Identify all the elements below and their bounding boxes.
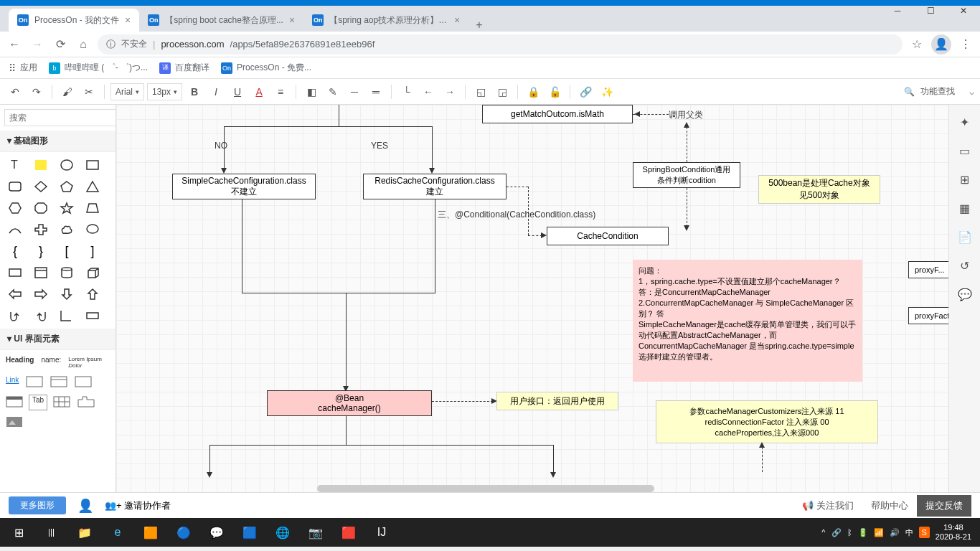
pentagon-shape[interactable] xyxy=(55,176,79,197)
note-userinterface[interactable]: 用户接口：返回用户使用 xyxy=(496,392,618,410)
roundrect-shape[interactable] xyxy=(3,176,27,197)
intellij-icon[interactable]: IJ xyxy=(366,519,397,545)
note-params[interactable]: 参数cacheManagerCustomizers注入来源 11 redisCo… xyxy=(656,400,878,443)
maximize-button[interactable]: ☐ xyxy=(914,0,947,22)
more-shapes-button[interactable]: 更多图形 xyxy=(9,496,66,514)
undo-button[interactable]: ↶ xyxy=(6,83,24,101)
back-button[interactable]: ← xyxy=(6,36,23,53)
app4-icon[interactable]: 📷 xyxy=(300,519,331,545)
ruler-icon[interactable]: ⊞ xyxy=(953,168,976,191)
cross-shape[interactable] xyxy=(29,220,53,240)
cut-button[interactable]: ✂ xyxy=(80,83,98,101)
history-icon[interactable]: ↺ xyxy=(953,254,976,277)
new-tab-button[interactable]: + xyxy=(468,19,489,32)
text-shape[interactable]: T xyxy=(3,155,27,175)
ie-icon[interactable]: e xyxy=(102,519,133,545)
align-button[interactable]: ≡ xyxy=(271,83,290,101)
feedback-button[interactable]: 提交反馈 xyxy=(917,495,971,517)
minimize-button[interactable]: ─ xyxy=(881,0,914,22)
underline-button[interactable]: U xyxy=(228,83,247,101)
menu-icon[interactable]: ⋮ xyxy=(957,36,974,53)
arrow-start-button[interactable]: ← xyxy=(419,83,438,101)
url-input[interactable]: ⓘ 不安全 | processon.com/apps/5efa89e263768… xyxy=(98,34,903,55)
italic-button[interactable]: I xyxy=(207,83,225,101)
app5-icon[interactable]: 🟥 xyxy=(333,519,364,545)
function-search[interactable]: 功能查找 xyxy=(920,85,955,98)
grid-element[interactable] xyxy=(52,395,72,410)
tab-element[interactable]: Tab xyxy=(29,395,47,410)
brace-r-shape[interactable]: } xyxy=(29,241,53,261)
box3-element[interactable] xyxy=(73,375,93,390)
brush-button[interactable]: 🖌 xyxy=(58,83,77,101)
tray-bat-icon[interactable]: 🔋 xyxy=(858,528,868,537)
tab-spring-aop[interactable]: On 【spring aop技术原理分析】- ... × xyxy=(303,9,468,32)
wechat-icon[interactable]: 💬 xyxy=(201,519,232,545)
node-proxyf[interactable]: proxyF... xyxy=(908,261,948,278)
arrow-down-shape[interactable] xyxy=(55,284,79,304)
explorer-icon[interactable]: 📁 xyxy=(69,519,100,545)
sogou-icon[interactable]: S xyxy=(919,527,930,538)
cube-shape[interactable] xyxy=(80,263,105,283)
star-icon[interactable]: ☆ xyxy=(908,36,925,53)
node-bean[interactable]: @Bean cacheManager() xyxy=(267,390,432,416)
window-element[interactable] xyxy=(4,395,24,410)
tab-spring-cache[interactable]: On 【spring boot cache整合原理... × xyxy=(139,9,303,32)
arrow-right-shape[interactable] xyxy=(29,284,53,304)
box1-element[interactable] xyxy=(24,375,44,390)
arc-shape[interactable] xyxy=(3,220,27,240)
node-rediscache[interactable]: RedisCacheConfiguration.class 建立 xyxy=(363,174,507,199)
corner-shape[interactable] xyxy=(55,306,79,326)
page-icon[interactable]: 📄 xyxy=(953,225,976,248)
lock-button[interactable]: 🔒 xyxy=(524,83,542,101)
arrow-up-shape[interactable] xyxy=(80,284,105,304)
close-button[interactable]: ✕ xyxy=(947,0,980,22)
node-cachecondition[interactable]: CacheCondition xyxy=(547,227,669,245)
ellipse-shape[interactable] xyxy=(55,155,79,175)
triangle-shape[interactable] xyxy=(80,176,105,197)
link-element[interactable]: Link xyxy=(4,375,20,390)
hexagon-shape[interactable] xyxy=(3,198,27,218)
bracket-r-shape[interactable]: ] xyxy=(80,241,105,261)
shape-search-input[interactable] xyxy=(4,109,116,126)
taskview-icon[interactable]: ⫼ xyxy=(36,519,67,545)
close-icon[interactable]: × xyxy=(289,14,295,26)
arrow-left-shape[interactable] xyxy=(3,284,27,304)
rect-shape[interactable] xyxy=(80,155,105,175)
tray-ime[interactable]: 中 xyxy=(905,527,913,538)
apps-button[interactable]: ⠿应用 xyxy=(9,62,37,74)
rect2-shape[interactable] xyxy=(80,306,105,326)
box2-element[interactable] xyxy=(49,375,69,390)
back-button-layer[interactable]: ◲ xyxy=(493,83,512,101)
size-select[interactable]: 13px▾ xyxy=(147,83,182,100)
cloud-shape[interactable] xyxy=(55,220,79,240)
tab-processon[interactable]: On ProcessOn - 我的文件 × xyxy=(9,9,139,32)
start-button[interactable]: ⊞ xyxy=(3,519,34,545)
horizontal-scrollbar[interactable] xyxy=(317,485,654,492)
outline-icon[interactable]: ▭ xyxy=(953,139,976,162)
tray-wifi-icon[interactable]: 📶 xyxy=(874,528,884,537)
node-springboot[interactable]: SpringBootCondition通用条件判断codition xyxy=(633,162,740,188)
help-button[interactable]: 帮助中心 xyxy=(862,495,917,517)
redo-button[interactable]: ↷ xyxy=(27,83,46,101)
tray-bt-icon[interactable]: ᛒ xyxy=(847,528,852,537)
tabbox-element[interactable] xyxy=(76,395,96,410)
connector-button[interactable]: └ xyxy=(397,83,416,101)
brace-l-shape[interactable]: { xyxy=(3,241,27,261)
layers-icon[interactable]: ▦ xyxy=(953,197,976,220)
magic-button[interactable]: ✨ xyxy=(598,83,616,101)
unlock-button[interactable]: 🔓 xyxy=(545,83,564,101)
octagon-shape[interactable] xyxy=(29,198,53,218)
fill-button[interactable]: ◧ xyxy=(302,83,321,101)
note-shape[interactable] xyxy=(29,155,53,175)
arrow-u2-shape[interactable] xyxy=(29,306,53,326)
cylinder-shape[interactable] xyxy=(55,263,79,283)
note-500bean[interactable]: 500bean是处理Cache对象见500对象 xyxy=(758,175,880,204)
navigator-icon[interactable]: ✦ xyxy=(953,110,976,133)
app2-icon[interactable]: 🔵 xyxy=(168,519,199,545)
chrome-icon[interactable]: 🌐 xyxy=(267,519,298,545)
star-shape[interactable] xyxy=(55,198,79,218)
bookmark-baidu[interactable]: 译百度翻译 xyxy=(159,62,209,74)
name-element[interactable]: name: xyxy=(39,354,62,370)
trapezoid-shape[interactable] xyxy=(80,198,105,218)
line-width-button[interactable]: ═ xyxy=(367,83,385,101)
